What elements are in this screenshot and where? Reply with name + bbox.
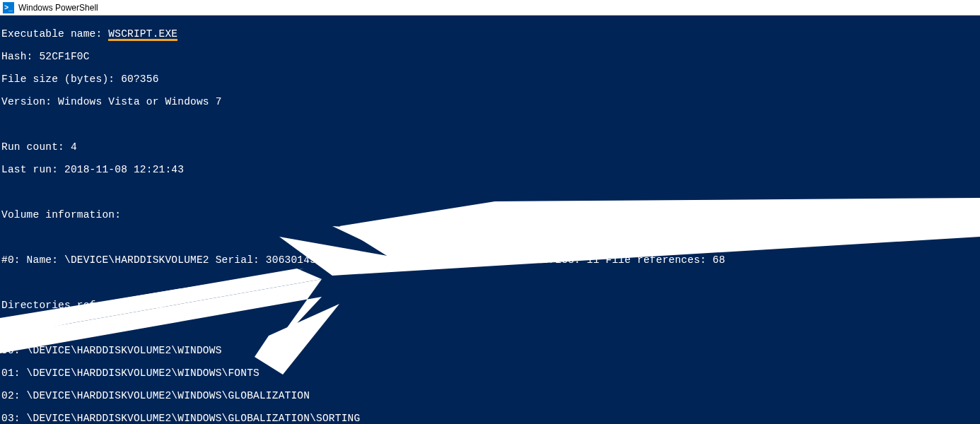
output-line: Hash: 52CF1F0C <box>1 51 979 62</box>
executable-name-highlighted: WSCRIPT.EXE <box>108 28 177 40</box>
output-line: 01: \DEVICE\HARDDISKVOLUME2\WINDOWS\FONT… <box>1 367 979 379</box>
powershell-icon: >_ <box>3 2 14 13</box>
output-line: Executable name: WSCRIPT.EXE <box>1 28 979 40</box>
output-line <box>1 232 979 243</box>
terminal-output[interactable]: Executable name: WSCRIPT.EXE Hash: 52CF1… <box>0 16 980 424</box>
output-line: 00: \DEVICE\HARDDISKVOLUME2\WINDOWS <box>1 345 979 356</box>
output-line <box>1 322 979 334</box>
output-line: Directories referenced: 11 <box>1 300 979 311</box>
window-titlebar[interactable]: >_ Windows PowerShell <box>0 0 980 16</box>
output-line: #0: Name: \DEVICE\HARDDISKVOLUME2 Serial… <box>1 254 979 266</box>
output-line <box>1 187 979 198</box>
output-line: Version: Windows Vista or Windows 7 <box>1 96 979 107</box>
output-line <box>1 119 979 130</box>
output-line: Last run: 2018-11-08 12:21:43 <box>1 164 979 175</box>
output-line <box>1 277 979 288</box>
output-line: 02: \DEVICE\HARDDISKVOLUME2\WINDOWS\GLOB… <box>1 390 979 401</box>
window-title: Windows PowerShell <box>18 3 98 13</box>
output-line: File size (bytes): 60?356 <box>1 73 979 85</box>
output-line: 03: \DEVICE\HARDDISKVOLUME2\WINDOWS\GLOB… <box>1 413 979 424</box>
output-line: Run count: 4 <box>1 141 979 153</box>
output-line: Volume information: <box>1 209 979 220</box>
